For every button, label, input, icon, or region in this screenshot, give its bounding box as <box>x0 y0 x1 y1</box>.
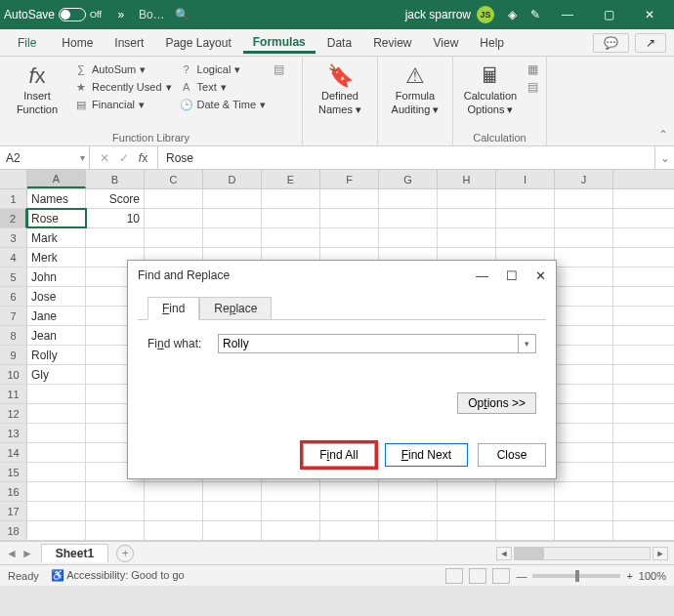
cell[interactable] <box>379 209 438 227</box>
row-header[interactable]: 11 <box>0 385 27 403</box>
cell[interactable] <box>438 502 496 520</box>
cell[interactable] <box>145 482 203 501</box>
tab-data[interactable]: Data <box>317 32 361 54</box>
cell[interactable] <box>86 502 145 520</box>
row-header[interactable]: 3 <box>0 228 27 247</box>
cell[interactable] <box>555 346 613 364</box>
cell[interactable] <box>555 326 613 345</box>
cell[interactable]: Mark <box>27 228 86 247</box>
row-header[interactable]: 14 <box>0 443 27 462</box>
cell[interactable] <box>27 443 86 462</box>
date-time-button[interactable]: 🕒Date & Time ▾ <box>180 98 267 111</box>
enter-icon[interactable]: ✓ <box>119 151 129 165</box>
fx-icon[interactable]: fx <box>139 151 147 165</box>
cell[interactable]: Merk <box>27 248 86 267</box>
cell[interactable] <box>379 502 438 520</box>
column-header[interactable]: B <box>86 170 145 188</box>
cell[interactable] <box>555 424 613 442</box>
more-functions-icon[interactable]: ▤ <box>274 62 284 76</box>
find-next-button[interactable]: Find Next <box>385 443 468 467</box>
column-header[interactable]: G <box>379 170 438 188</box>
column-header[interactable]: D <box>203 170 262 188</box>
zoom-level[interactable]: 100% <box>639 570 666 582</box>
cell[interactable] <box>379 521 438 540</box>
row-header[interactable]: 8 <box>0 326 27 345</box>
cell[interactable] <box>320 521 379 540</box>
column-header[interactable]: I <box>496 170 555 188</box>
cell[interactable] <box>320 209 379 227</box>
autosum-button[interactable]: ∑AutoSum ▾ <box>74 62 172 76</box>
cell[interactable] <box>379 482 438 501</box>
row-header[interactable]: 6 <box>0 287 27 306</box>
cell[interactable] <box>555 189 613 208</box>
cell[interactable] <box>203 482 262 501</box>
comments-button[interactable]: 💬 <box>593 33 629 53</box>
cell[interactable] <box>496 521 555 540</box>
defined-names-button[interactable]: 🔖 Defined Names ▾ <box>311 61 369 115</box>
cell[interactable] <box>86 482 145 501</box>
cell[interactable] <box>555 463 613 481</box>
cell[interactable] <box>438 189 496 208</box>
options-button[interactable]: Options >> <box>457 392 536 414</box>
view-page-break-icon[interactable] <box>492 568 510 584</box>
hscroll-left-icon[interactable]: ◄ <box>496 547 512 560</box>
recently-used-button[interactable]: ★Recently Used ▾ <box>74 80 172 94</box>
dialog-minimize-icon[interactable]: — <box>476 268 488 283</box>
sheet-nav-next-icon[interactable]: ► <box>21 547 33 560</box>
cell[interactable] <box>496 482 555 501</box>
row-header[interactable]: 2 <box>0 209 27 227</box>
share-button[interactable]: ↗ <box>635 33 666 53</box>
find-all-button[interactable]: Find All <box>303 443 374 467</box>
cell[interactable] <box>203 209 262 227</box>
financial-button[interactable]: ▤Financial ▾ <box>74 98 172 111</box>
autosave-toggle[interactable]: AutoSave Off <box>4 8 102 21</box>
cell[interactable] <box>555 287 613 306</box>
cell[interactable] <box>320 228 379 247</box>
close-button[interactable]: Close <box>478 443 546 467</box>
column-header[interactable]: H <box>438 170 496 188</box>
cell[interactable] <box>145 209 203 227</box>
maximize-button[interactable]: ▢ <box>588 0 629 29</box>
row-header[interactable]: 16 <box>0 482 27 501</box>
cell[interactable] <box>27 404 86 423</box>
cell[interactable]: Score <box>86 189 145 208</box>
cell[interactable] <box>555 443 613 462</box>
collapse-ribbon-icon[interactable]: ⌃ <box>658 128 668 142</box>
select-all-corner[interactable] <box>0 170 27 188</box>
cell[interactable] <box>320 189 379 208</box>
cell[interactable] <box>438 228 496 247</box>
logical-button[interactable]: ?Logical ▾ <box>180 62 267 76</box>
cell[interactable] <box>555 365 613 384</box>
find-what-input[interactable] <box>218 334 519 353</box>
cell[interactable] <box>496 209 555 227</box>
calc-now-icon[interactable]: ▦ <box>527 62 538 76</box>
tab-help[interactable]: Help <box>470 32 514 54</box>
column-header[interactable]: C <box>145 170 203 188</box>
cell[interactable] <box>496 502 555 520</box>
cell[interactable] <box>555 385 613 403</box>
column-header[interactable]: A <box>27 170 86 188</box>
zoom-in-icon[interactable]: + <box>626 570 632 582</box>
tab-page-layout[interactable]: Page Layout <box>155 32 240 54</box>
diamond-icon[interactable]: ◈ <box>504 7 520 22</box>
tab-home[interactable]: Home <box>52 32 103 54</box>
cell[interactable] <box>555 482 613 501</box>
cell[interactable] <box>203 502 262 520</box>
cell[interactable] <box>262 521 320 540</box>
cell[interactable] <box>555 248 613 267</box>
cell[interactable] <box>262 189 320 208</box>
cell[interactable] <box>27 385 86 403</box>
cell[interactable] <box>496 228 555 247</box>
row-header[interactable]: 18 <box>0 521 27 540</box>
cell[interactable] <box>145 521 203 540</box>
hscroll-track[interactable] <box>514 547 651 560</box>
brush-icon[interactable]: ✎ <box>527 7 543 22</box>
cell[interactable] <box>438 209 496 227</box>
close-button[interactable]: ✕ <box>629 0 670 29</box>
user-account[interactable]: jack sparrow JS <box>405 6 494 23</box>
cell[interactable] <box>262 502 320 520</box>
cell[interactable] <box>145 228 203 247</box>
cell[interactable]: Rose <box>27 209 86 227</box>
hscroll-right-icon[interactable]: ► <box>653 547 668 560</box>
row-header[interactable]: 1 <box>0 189 27 208</box>
